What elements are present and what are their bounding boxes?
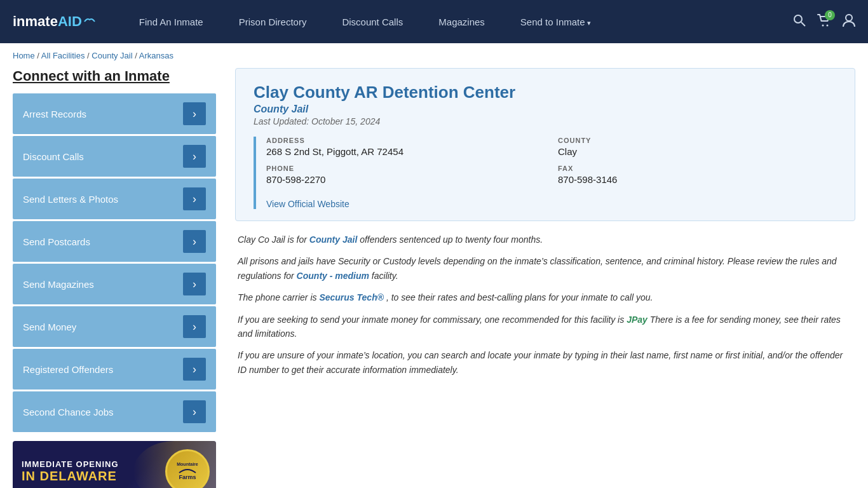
sidebar-item-send-postcards[interactable]: Send Postcards › [13, 221, 216, 262]
address-value: 268 S 2nd St, Piggott, AR 72454 [266, 146, 545, 157]
arrow-icon: › [183, 273, 206, 295]
sidebar-item-send-magazines[interactable]: Send Magazines › [13, 264, 216, 304]
facility-name: Clay County AR Detention Center [254, 83, 837, 102]
breadcrumb: Home / All Facilities / County Jail / Ar… [0, 43, 868, 68]
phone-label: PHONE [266, 165, 545, 172]
breadcrumb-home[interactable]: Home [13, 51, 35, 60]
desc-p2: All prisons and jails have Security or C… [238, 254, 853, 283]
mountaire-swoosh-icon [178, 466, 197, 474]
main-nav: Find An Inmate Prison Directory Discount… [121, 17, 793, 27]
arrow-icon: › [183, 102, 206, 125]
jpay-link[interactable]: JPay [627, 315, 648, 325]
cart-count: 0 [825, 10, 835, 20]
ad-line1: IMMEDIATE OPENING [22, 459, 119, 469]
sidebar-item-label: Send Money [23, 322, 76, 332]
sidebar-item-label: Send Magazines [23, 279, 94, 290]
logo[interactable]: inmate AID [13, 13, 96, 30]
header: inmate AID Find An Inmate Prison Directo… [0, 0, 868, 43]
sidebar-item-label: Discount Calls [23, 151, 84, 162]
arrow-icon: › [183, 400, 206, 423]
breadcrumb-all-facilities[interactable]: All Facilities [41, 51, 85, 60]
sidebar-menu: Arrest Records › Discount Calls › Send L… [13, 93, 216, 432]
nav-send-to-inmate[interactable]: Send to Inmate [503, 17, 609, 27]
arrow-icon: › [183, 230, 206, 253]
ad-circular-logo: Mountaire Farms [165, 449, 210, 489]
ad-logo-text2: Farms [179, 474, 196, 480]
arrow-icon: › [183, 187, 206, 210]
facility-updated: Last Updated: October 15, 2024 [254, 116, 837, 126]
sidebar-title: Connect with an Inmate [13, 68, 216, 85]
main-content: Connect with an Inmate Arrest Records › … [0, 68, 868, 488]
phone-value: 870-598-2270 [266, 174, 545, 185]
securus-link[interactable]: Securus Tech® [319, 292, 384, 302]
nav-find-inmate[interactable]: Find An Inmate [121, 17, 221, 27]
official-website-link[interactable]: View Official Website [266, 199, 837, 209]
fax-label: FAX [558, 165, 837, 172]
description: Clay Co Jail is for County Jail offender… [235, 233, 855, 377]
sidebar-item-label: Second Chance Jobs [23, 407, 114, 417]
sidebar-item-discount-calls[interactable]: Discount Calls › [13, 136, 216, 177]
svg-point-2 [822, 24, 824, 26]
arrow-icon: › [183, 145, 206, 168]
header-icons: 0 [793, 13, 855, 30]
desc-p5: If you are unsure of your inmate’s locat… [238, 348, 853, 377]
fax-block: FAX 870-598-3146 [558, 165, 837, 185]
nav-discount-calls[interactable]: Discount Calls [324, 17, 421, 27]
nav-magazines[interactable]: Magazines [421, 17, 503, 27]
nav-prison-directory[interactable]: Prison Directory [221, 17, 325, 27]
svg-point-0 [794, 15, 802, 23]
sidebar-item-send-money[interactable]: Send Money › [13, 306, 216, 347]
ad-line2: IN DELAWARE [22, 469, 119, 483]
sidebar-item-second-chance-jobs[interactable]: Second Chance Jobs › [13, 391, 216, 432]
county-label: COUNTY [558, 137, 837, 144]
sidebar-item-label: Send Postcards [23, 236, 90, 247]
content-area: Clay County AR Detention Center County J… [235, 68, 855, 488]
desc-p4: If you are seeking to send your inmate m… [238, 313, 853, 341]
county-value: Clay [558, 146, 837, 157]
fax-value: 870-598-3146 [558, 174, 837, 185]
facility-card: Clay County AR Detention Center County J… [235, 68, 855, 221]
address-block: ADDRESS 268 S 2nd St, Piggott, AR 72454 [266, 137, 545, 157]
facility-details: ADDRESS 268 S 2nd St, Piggott, AR 72454 … [254, 137, 837, 209]
breadcrumb-county-jail[interactable]: County Jail [92, 51, 132, 60]
sidebar-item-label: Send Letters & Photos [23, 194, 118, 205]
breadcrumb-state[interactable]: Arkansas [139, 51, 173, 60]
svg-line-1 [801, 22, 805, 26]
svg-point-3 [827, 24, 829, 26]
county-jail-link[interactable]: County Jail [309, 234, 357, 245]
sidebar-item-arrest-records[interactable]: Arrest Records › [13, 93, 216, 134]
svg-point-4 [846, 15, 852, 21]
sidebar-item-registered-offenders[interactable]: Registered Offenders › [13, 349, 216, 390]
ad-logo: Mountaire Farms [165, 449, 210, 489]
county-block: COUNTY Clay [558, 137, 837, 157]
ad-banner[interactable]: IMMEDIATE OPENING IN DELAWARE Mountaire … [13, 441, 216, 488]
desc-p3: The phone carrier is Securus Tech® , to … [238, 290, 853, 304]
ad-text: IMMEDIATE OPENING IN DELAWARE [22, 459, 119, 483]
desc-p1: Clay Co Jail is for County Jail offender… [238, 233, 853, 247]
search-icon[interactable] [793, 14, 806, 30]
cart-icon[interactable]: 0 [817, 14, 831, 30]
arrow-icon: › [183, 315, 206, 338]
arrow-icon: › [183, 358, 206, 381]
address-label: ADDRESS [266, 137, 545, 144]
logo-bird-icon [83, 17, 96, 27]
sidebar-item-label: Registered Offenders [23, 364, 113, 375]
sidebar-item-send-letters[interactable]: Send Letters & Photos › [13, 179, 216, 219]
user-icon[interactable] [843, 13, 855, 30]
phone-block: PHONE 870-598-2270 [266, 165, 545, 185]
sidebar: Connect with an Inmate Arrest Records › … [13, 68, 216, 488]
county-medium-link[interactable]: County - medium [297, 271, 369, 281]
ad-logo-text1: Mountaire [177, 462, 198, 466]
facility-type: County Jail [254, 104, 837, 115]
sidebar-item-label: Arrest Records [23, 109, 86, 119]
